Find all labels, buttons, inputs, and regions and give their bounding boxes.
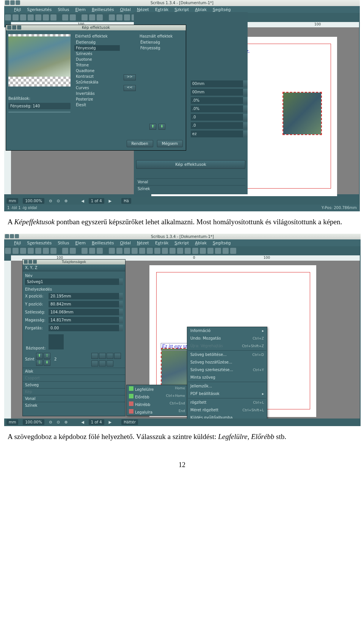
page-prev-icon[interactable]: ◀ <box>81 420 84 424</box>
effect-item[interactable]: Posterize <box>74 96 120 102</box>
zoom-reset-icon[interactable]: ⊙ <box>56 199 60 203</box>
xyz-header[interactable]: X, Y, Z <box>23 264 125 271</box>
ok-button[interactable]: Rendben <box>127 140 153 147</box>
image-effects-button[interactable]: Kép effektusok <box>136 160 245 169</box>
context-menu-item[interactable]: Szöveg betöltése...Ctrl+D <box>187 351 267 359</box>
menu-insert[interactable]: Beillesztés <box>89 6 117 13</box>
spinner[interactable]: .0% <box>191 105 248 112</box>
submenu-item-top[interactable]: LegfelülreHome <box>127 385 187 393</box>
preflight-icon[interactable] <box>43 248 49 254</box>
menu-item[interactable]: Elem <box>72 239 89 246</box>
rotate-icon[interactable] <box>177 248 183 254</box>
menubar[interactable]: Fájl Szerkesztés Stílus Elem Beillesztés… <box>4 239 361 246</box>
context-menu-item[interactable]: Méret rögzítettCtrl+Shift+L <box>187 406 267 414</box>
link-frames-icon[interactable] <box>207 248 213 254</box>
save-icon[interactable] <box>20 248 26 254</box>
table-icon[interactable] <box>132 248 138 254</box>
layer-select[interactable]: Háttér <box>121 419 138 425</box>
undo-icon[interactable] <box>62 14 68 20</box>
level-top-icon[interactable]: ⬆ <box>36 353 43 359</box>
save-icon[interactable] <box>20 14 26 20</box>
copy-icon[interactable] <box>89 248 95 254</box>
used-effects-list[interactable]: Életlenség Fényesség <box>139 39 184 104</box>
print-icon[interactable] <box>35 14 41 20</box>
spinner[interactable]: 00mm <box>191 80 248 87</box>
effect-item[interactable]: Fényesség <box>139 45 184 51</box>
page-next-icon[interactable]: ▶ <box>109 199 112 203</box>
print-enabled-icon[interactable] <box>107 360 113 367</box>
print-icon[interactable] <box>35 248 41 254</box>
spinner[interactable]: .0 <box>191 114 248 121</box>
menu-edit[interactable]: Szerkesztés <box>24 239 55 246</box>
page-prev-icon[interactable]: ◀ <box>81 199 84 203</box>
tab-line[interactable]: Vonal <box>136 178 245 185</box>
new-icon[interactable] <box>5 14 11 20</box>
tab-text[interactable]: Szöveg <box>23 381 125 388</box>
select-tool-icon[interactable] <box>109 14 115 20</box>
palette-close-icon[interactable] <box>33 260 37 264</box>
select-tool-icon[interactable] <box>109 248 115 254</box>
context-menu-item[interactable]: Szöveg szerkesztése...Ctrl+Y <box>187 366 267 374</box>
effect-item[interactable]: Színezés <box>74 51 120 57</box>
flip-h-icon[interactable] <box>107 353 113 359</box>
menu-view[interactable]: Nézet <box>134 239 152 246</box>
name-input[interactable]: Szöveg1 <box>25 279 123 285</box>
spinner[interactable]: .0% <box>191 97 248 104</box>
submenu-item-lower[interactable]: HátrébbCtrl+End <box>127 400 187 408</box>
palette-min-icon[interactable] <box>24 260 28 264</box>
open-icon[interactable] <box>13 14 19 20</box>
context-menu-item[interactable]: rögzítettCtrl+L <box>187 399 267 406</box>
menu-file[interactable]: Fájl <box>11 239 24 246</box>
menu-page[interactable]: Oldal <box>117 6 134 13</box>
undo-icon[interactable] <box>62 248 68 254</box>
context-menu[interactable]: Információ▸Undo: MozgatásCtrl+ZÚjra: Vég… <box>187 327 267 426</box>
context-menu-item[interactable]: Szöveg hozzáfűzése... <box>187 359 267 366</box>
submenu-item-raise[interactable]: ElőrébbCtrl+Home <box>127 393 187 400</box>
menu-help[interactable]: Segítség <box>210 239 234 246</box>
freehand-icon[interactable] <box>169 248 176 254</box>
available-effects-list[interactable]: Életlenség Fényesség Színezés Duotone Tr… <box>74 39 120 131</box>
spinner[interactable]: .0 <box>191 122 248 129</box>
level-down-icon[interactable]: ⇩ <box>36 360 43 366</box>
menu-window[interactable]: Ablak <box>192 239 210 246</box>
open-icon[interactable] <box>13 248 19 254</box>
bezier-icon[interactable] <box>162 248 168 254</box>
dialog-close-icon[interactable] <box>17 25 21 30</box>
page-indicator[interactable]: 1 of 4 <box>89 419 104 425</box>
effect-item[interactable]: Kontraszt <box>74 74 120 79</box>
submenu-item-bottom[interactable]: LegalulraEnd <box>127 408 187 415</box>
zoom-out-icon[interactable]: ⊖ <box>49 199 52 203</box>
zoom-in-icon[interactable]: ⊕ <box>64 420 67 424</box>
effect-item[interactable]: Curves <box>74 85 120 91</box>
menu-insert[interactable]: Beillesztés <box>89 239 117 246</box>
redo-icon[interactable] <box>70 14 76 20</box>
context-menu-item[interactable]: Minta szöveg <box>187 374 267 381</box>
xpos-input[interactable]: 20.195mm <box>49 293 123 299</box>
menu-script[interactable]: Szkript <box>171 239 192 246</box>
width-input[interactable]: 104.069mm <box>49 309 123 315</box>
context-menu-item[interactable]: Undo: MozgatásCtrl+Z <box>187 335 267 342</box>
zoom-reset-icon[interactable]: ⊙ <box>56 420 60 424</box>
lock-size-icon[interactable] <box>99 360 106 367</box>
palette-max-icon[interactable] <box>28 260 32 264</box>
effect-item[interactable]: Quadtone <box>74 68 120 74</box>
context-menu-item[interactable]: PDF beállítások▸ <box>187 390 267 398</box>
close-file-icon[interactable] <box>28 248 34 254</box>
zoom-field[interactable]: 100.00% <box>23 198 44 204</box>
group-icon[interactable] <box>91 353 98 359</box>
effect-item[interactable]: Élesít <box>74 102 120 108</box>
effect-item[interactable]: Életlenség <box>74 39 120 45</box>
effect-item[interactable]: Fényesség <box>74 45 120 51</box>
pdf-icon[interactable] <box>50 248 56 254</box>
zoom-out-icon[interactable]: ⊖ <box>49 420 52 424</box>
flip-v-icon[interactable] <box>114 353 121 359</box>
unlink-frames-icon[interactable] <box>215 248 221 254</box>
page-indicator[interactable]: 1 of 4 <box>89 198 104 204</box>
effect-item[interactable]: Invertálás <box>74 91 120 96</box>
dialog-min-icon[interactable] <box>7 25 11 30</box>
cut-icon[interactable] <box>82 248 88 254</box>
line-icon[interactable] <box>154 248 160 254</box>
tab-shape[interactable]: Alak <box>23 368 125 375</box>
zoom-icon[interactable] <box>185 248 191 254</box>
text-frame-icon[interactable] <box>116 14 122 20</box>
